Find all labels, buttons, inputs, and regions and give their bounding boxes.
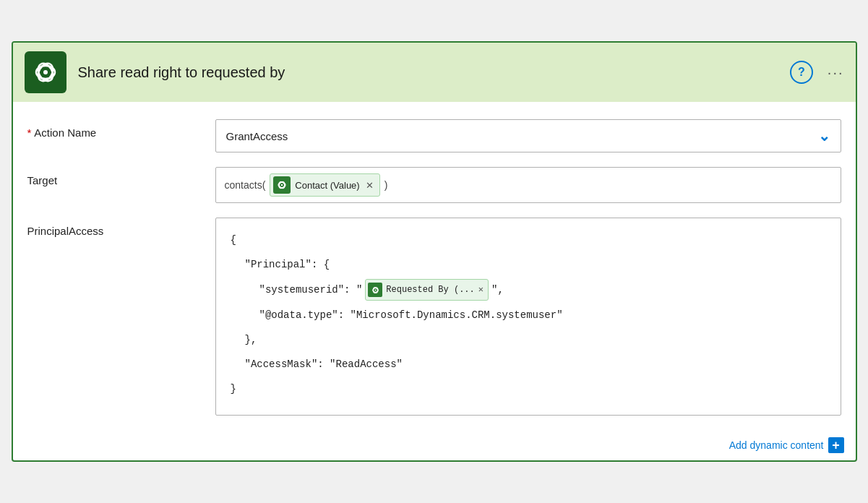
loop-icon xyxy=(276,179,288,191)
header-title: Share read right to requested by xyxy=(78,64,778,81)
form-body: *Action Name GrantAccess ⌄ Target contac… xyxy=(13,102,856,416)
principal-access-label: PrincipalAccess xyxy=(27,218,215,237)
action-name-value: GrantAccess xyxy=(226,130,288,142)
code-line-3: "systemuserid": " Requested By (. xyxy=(231,279,826,301)
code-line-7: } xyxy=(231,379,826,399)
required-star: * xyxy=(27,126,32,139)
chevron-down-icon: ⌄ xyxy=(818,127,830,145)
requested-by-label: Requested By (... xyxy=(386,281,474,298)
more-button[interactable]: ··· xyxy=(828,64,844,81)
contact-tag-label: Contact (Value) xyxy=(295,180,359,191)
svg-point-3 xyxy=(43,70,48,74)
main-card: Share read right to requested by ? ··· *… xyxy=(12,41,857,462)
principal-access-row: PrincipalAccess { "Principal": { "system… xyxy=(27,218,841,416)
code-line-5: }, xyxy=(231,330,826,350)
code-line-6: "AccessMask": "ReadAccess" xyxy=(231,354,826,374)
footer: Add dynamic content + xyxy=(13,430,856,460)
action-name-dropdown[interactable]: GrantAccess ⌄ xyxy=(215,119,841,152)
target-suffix: ) xyxy=(384,179,388,191)
systemuserid-post: ", xyxy=(491,280,504,300)
target-field[interactable]: contacts( Contact (Value) ✕ xyxy=(215,167,841,203)
requested-by-close[interactable]: ✕ xyxy=(478,281,484,298)
code-line-1: { xyxy=(231,230,826,250)
target-label: Target xyxy=(27,167,215,186)
requested-by-tag: Requested By (... ✕ xyxy=(365,279,489,301)
target-row: Target contacts( Contact (V xyxy=(27,167,841,203)
header: Share read right to requested by ? ··· xyxy=(13,43,856,102)
header-actions: ? ··· xyxy=(790,61,844,84)
svg-point-7 xyxy=(281,184,283,186)
add-dynamic-plus-icon: + xyxy=(828,437,844,453)
action-name-label: *Action Name xyxy=(27,119,215,139)
action-name-control: GrantAccess ⌄ xyxy=(215,119,841,152)
principal-access-control: { "Principal": { "systemuserid": " xyxy=(215,218,841,416)
contact-tag-icon xyxy=(273,176,291,194)
systemuserid-pre: "systemuserid": " xyxy=(259,280,363,300)
help-button[interactable]: ? xyxy=(790,61,813,84)
action-name-row: *Action Name GrantAccess ⌄ xyxy=(27,119,841,152)
contact-tag-close[interactable]: ✕ xyxy=(366,180,374,191)
target-control: contacts( Contact (Value) ✕ xyxy=(215,167,841,203)
contact-value-tag: Contact (Value) ✕ xyxy=(270,173,379,197)
add-dynamic-button[interactable]: Add dynamic content + xyxy=(729,437,844,453)
add-dynamic-label: Add dynamic content xyxy=(729,439,824,451)
code-line-4: "@odata.type": "Microsoft.Dynamics.CRM.s… xyxy=(231,305,826,325)
target-prefix: contacts( xyxy=(225,179,266,191)
loop-icon-small xyxy=(371,285,380,295)
app-logo xyxy=(25,51,66,93)
svg-point-11 xyxy=(374,289,376,291)
requested-by-tag-icon xyxy=(368,283,382,297)
logo-icon xyxy=(31,58,60,87)
principal-access-field[interactable]: { "Principal": { "systemuserid": " xyxy=(215,218,841,416)
code-line-2: "Principal": { xyxy=(231,254,826,275)
